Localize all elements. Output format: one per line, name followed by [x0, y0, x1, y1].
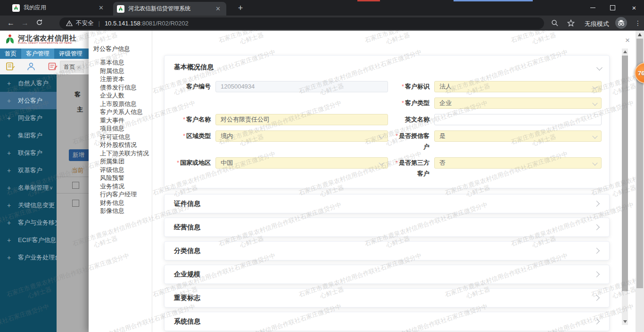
- text-input-right[interactable]: [434, 114, 602, 125]
- window-close-button[interactable]: ×: [624, 0, 644, 16]
- select-input-right[interactable]: 法人: [434, 81, 602, 92]
- plus-icon: +: [0, 236, 18, 244]
- modal-close-icon[interactable]: ×: [625, 36, 630, 44]
- basic-info-form: 客户编号1205004934*客户标识法人*客户类型企业*客户名称对公有限责任公…: [174, 81, 602, 179]
- incognito-mode-label: 无痕模式: [585, 20, 609, 28]
- collapsed-section-企业规模[interactable]: 企业规模: [164, 265, 610, 284]
- browser-tab[interactable]: 河北农信新信贷管理系统✕: [113, 2, 226, 16]
- text-input-left[interactable]: 对公有限责任公司: [215, 114, 388, 125]
- tree-item[interactable]: 风险预警: [89, 174, 152, 182]
- tree-item[interactable]: 重大事件: [89, 116, 152, 125]
- sidebar-item[interactable]: +同业客户: [0, 109, 57, 127]
- tab-close-icon[interactable]: ✕: [214, 5, 223, 12]
- required-star: *: [396, 132, 398, 139]
- list-edit-icon[interactable]: [48, 62, 58, 71]
- person-icon[interactable]: [26, 62, 36, 71]
- sidebar-item[interactable]: +关键信息变更: [0, 196, 57, 214]
- reload-button[interactable]: [32, 19, 46, 28]
- top-red-strip: [357, 0, 380, 1]
- sidebar-item[interactable]: +客户业务处理台: [0, 249, 57, 266]
- field-label: *客户标识: [393, 81, 429, 92]
- scroll-up-icon[interactable]: [623, 50, 627, 53]
- tree-item[interactable]: 项目信息: [89, 124, 152, 133]
- collapsed-section-系统信息[interactable]: 系统信息: [164, 312, 610, 331]
- tree-item[interactable]: 注册资本: [89, 75, 152, 83]
- bookmark-star-icon[interactable]: [565, 17, 577, 29]
- page-tab-home[interactable]: 首页 ×: [60, 61, 84, 73]
- incognito-avatar-icon[interactable]: [615, 17, 627, 29]
- nav-item-评级管理[interactable]: 评级管理: [54, 49, 87, 59]
- tree-item[interactable]: 行内客户经理: [89, 190, 152, 199]
- window-minimize-button[interactable]: [585, 0, 601, 16]
- tree-item[interactable]: 上市股票信息: [89, 100, 152, 108]
- back-button[interactable]: ←: [4, 19, 18, 27]
- zoom-icon[interactable]: [549, 17, 561, 29]
- tree-item[interactable]: 许可证信息: [89, 133, 152, 141]
- select-chevron-icon: [379, 160, 384, 165]
- page-tab-label: 首页: [64, 63, 75, 71]
- tree-item[interactable]: 企业人数: [89, 91, 152, 100]
- sidebar-item[interactable]: +联保客户: [0, 144, 57, 162]
- sidebar-item[interactable]: +双基客户: [0, 162, 57, 179]
- sidebar-item[interactable]: +自然人客户: [0, 74, 57, 92]
- modal-scrollbar[interactable]: [622, 49, 628, 325]
- select-input-left[interactable]: 境内: [215, 130, 388, 142]
- not-secure-warning-icon: [66, 20, 73, 26]
- collapsed-section-重要标志[interactable]: 重要标志: [164, 288, 610, 308]
- tree-item[interactable]: 评级信息: [89, 166, 152, 174]
- new-tab-button[interactable]: +: [235, 2, 246, 14]
- nav-item-客户管理[interactable]: 客户管理: [21, 49, 54, 59]
- page-scroll-up-icon[interactable]: [638, 33, 642, 36]
- tree-item[interactable]: 附属信息: [89, 67, 152, 75]
- collapsed-section-证件信息[interactable]: 证件信息: [164, 194, 610, 213]
- select-input-left[interactable]: 中国: [215, 157, 388, 169]
- tree-item[interactable]: 客户关系人信息: [89, 108, 152, 116]
- field-label: *国家或地区: [174, 157, 211, 179]
- address-bar[interactable]: 不安全 | 10.5.141.158:8081/R02/R0202: [59, 17, 544, 29]
- required-star: *: [402, 99, 404, 106]
- sidebar-item[interactable]: +对公客户: [0, 92, 57, 109]
- tab-close-icon[interactable]: ✕: [97, 4, 106, 11]
- sidebar-item[interactable]: +集团客户: [0, 127, 57, 144]
- collapse-chevron-icon[interactable]: [596, 65, 603, 71]
- tree-item[interactable]: 所属集团: [89, 157, 152, 166]
- readonly-input-left[interactable]: 1205004934: [215, 81, 388, 92]
- modal-scrollbar-thumb[interactable]: [622, 56, 628, 291]
- collapsed-section-分类信息[interactable]: 分类信息: [164, 241, 610, 260]
- document-icon[interactable]: [6, 62, 15, 71]
- sidebar-item[interactable]: +客户与业务移交: [0, 214, 57, 231]
- plus-icon: +: [0, 80, 18, 87]
- tree-item[interactable]: 基本信息: [89, 58, 152, 67]
- select-input-right[interactable]: 企业: [434, 97, 602, 109]
- sidebar-item-label: 关键信息变更: [18, 201, 55, 210]
- tree-item[interactable]: 上下游关联方情况: [89, 149, 152, 158]
- sidebar-item-label: 联保客户: [18, 149, 42, 157]
- select-input-right[interactable]: 是: [434, 130, 602, 142]
- url-host: 10.5.141.158: [105, 20, 140, 27]
- field-box: 境内: [215, 130, 388, 152]
- scroll-down-icon[interactable]: [623, 320, 627, 323]
- tree-item[interactable]: 对外股权情况: [89, 141, 152, 149]
- collapsed-section-经营信息[interactable]: 经营信息: [164, 218, 610, 237]
- tree-root-label[interactable]: 对公客户信息: [89, 45, 152, 53]
- select-input-right[interactable]: 否: [434, 157, 602, 169]
- tree-item[interactable]: 债券发行信息: [89, 83, 152, 92]
- window-restore-button[interactable]: [604, 0, 620, 16]
- tree-item[interactable]: 业务情况: [89, 182, 152, 191]
- page-tab-close-icon[interactable]: ×: [77, 65, 80, 70]
- forward-button[interactable]: →: [18, 19, 32, 27]
- field-label: *客户类型: [393, 97, 429, 109]
- sidebar-item[interactable]: +名单制管理∨: [0, 179, 57, 196]
- app-title: 河北省农村信用社: [18, 34, 76, 41]
- section-title: 证件信息: [174, 200, 594, 208]
- browser-tab[interactable]: 我的应用✕: [8, 0, 109, 16]
- field-label: *区域类型: [174, 130, 211, 152]
- required-star: *: [402, 83, 404, 90]
- tree-item[interactable]: 影像信息: [89, 207, 152, 215]
- tree-item[interactable]: 财务信息: [89, 199, 152, 207]
- nav-item-首页[interactable]: 首页: [0, 49, 21, 59]
- app-header: 河北省农村信用社 RURAL CREDIT COOPERATIVE OF HEB…: [0, 31, 89, 49]
- sidebar-item[interactable]: +ECIF客户信息同: [0, 231, 57, 249]
- modal-tree-panel: 对公客户信息 基本信息附属信息注册资本债券发行信息企业人数上市股票信息客户关系人…: [89, 31, 152, 332]
- browser-menu-icon[interactable]: ⋮: [632, 17, 644, 29]
